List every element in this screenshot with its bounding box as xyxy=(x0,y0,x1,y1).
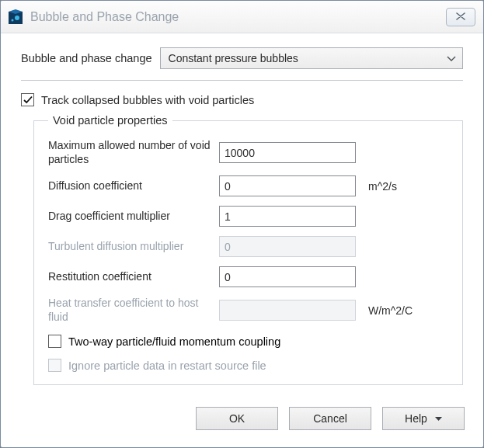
model-select-value: Constant pressure bubbles xyxy=(169,52,298,64)
model-select-dropdown[interactable]: Constant pressure bubbles xyxy=(160,47,463,69)
help-button[interactable]: Help xyxy=(382,407,465,430)
cancel-button-label: Cancel xyxy=(313,412,347,425)
ignore-restart-row: Ignore particle data in restart source f… xyxy=(48,359,448,372)
drag-row: Drag coefficient multiplier xyxy=(48,206,448,227)
ignore-restart-checkbox xyxy=(48,359,61,372)
restitution-label: Restitution coefficient xyxy=(48,270,219,284)
dialog-button-row: OK Cancel Help xyxy=(1,394,483,447)
window-close-button[interactable] xyxy=(446,8,475,26)
diffusion-unit: m^2/s xyxy=(368,180,397,193)
void-particle-group: Void particle properties Maximum allowed… xyxy=(33,114,463,385)
restitution-input[interactable] xyxy=(219,266,356,287)
turbulent-row: Turbulent diffusion multiplier xyxy=(48,236,448,257)
svg-point-2 xyxy=(12,19,14,21)
close-icon xyxy=(455,11,466,23)
drag-input[interactable] xyxy=(219,206,356,227)
svg-point-1 xyxy=(15,16,19,20)
ok-button[interactable]: OK xyxy=(196,407,278,430)
chevron-down-icon xyxy=(447,52,456,64)
heat-transfer-input xyxy=(219,300,356,321)
window-title: Bubble and Phase Change xyxy=(30,10,446,24)
track-collapsed-checkbox[interactable] xyxy=(21,93,34,106)
titlebar: Bubble and Phase Change xyxy=(1,1,483,33)
diffusion-input[interactable] xyxy=(219,175,356,196)
max-particles-label: Maximum allowed number of void particles xyxy=(48,139,219,166)
diffusion-row: Diffusion coefficient m^2/s xyxy=(48,175,448,196)
track-collapsed-row: Track collapsed bubbles with void partic… xyxy=(21,93,463,106)
caret-down-icon xyxy=(435,412,442,425)
track-collapsed-label: Track collapsed bubbles with void partic… xyxy=(41,94,254,106)
model-select-row: Bubble and phase change Constant pressur… xyxy=(21,47,463,69)
cancel-button[interactable]: Cancel xyxy=(289,407,371,430)
two-way-coupling-checkbox[interactable] xyxy=(48,335,61,348)
ignore-restart-label: Ignore particle data in restart source f… xyxy=(68,359,266,372)
turbulent-input xyxy=(219,236,356,257)
app-icon xyxy=(7,9,24,26)
separator xyxy=(21,80,463,81)
heat-transfer-unit: W/m^2/C xyxy=(368,304,413,317)
max-particles-row: Maximum allowed number of void particles xyxy=(48,139,448,166)
heat-transfer-row: Heat transfer coefficient to host fluid … xyxy=(48,297,448,324)
heat-transfer-label: Heat transfer coefficient to host fluid xyxy=(48,297,219,324)
bubble-phase-change-dialog: Bubble and Phase Change Bubble and phase… xyxy=(0,0,484,448)
dialog-content: Bubble and phase change Constant pressur… xyxy=(1,33,483,394)
two-way-coupling-row: Two-way particle/fluid momentum coupling xyxy=(48,335,448,348)
two-way-coupling-label: Two-way particle/fluid momentum coupling xyxy=(68,335,280,348)
void-particle-legend: Void particle properties xyxy=(48,114,172,127)
model-select-label: Bubble and phase change xyxy=(21,52,152,64)
help-button-label: Help xyxy=(405,412,427,425)
ok-button-label: OK xyxy=(229,412,245,425)
drag-label: Drag coefficient multiplier xyxy=(48,210,219,224)
turbulent-label: Turbulent diffusion multiplier xyxy=(48,240,219,254)
diffusion-label: Diffusion coefficient xyxy=(48,179,219,193)
max-particles-input[interactable] xyxy=(219,142,356,163)
restitution-row: Restitution coefficient xyxy=(48,266,448,287)
